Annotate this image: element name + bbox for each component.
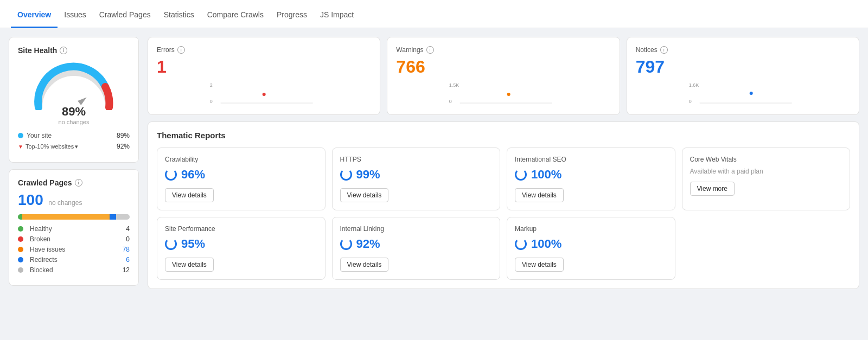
nav-progress[interactable]: Progress bbox=[270, 3, 314, 28]
nav-compare-crawls[interactable]: Compare Crawls bbox=[201, 3, 270, 28]
site-performance-value: 95% bbox=[165, 237, 317, 251]
broken-dot bbox=[18, 236, 23, 242]
nav-js-impact[interactable]: JS Impact bbox=[314, 3, 360, 28]
site-performance-view-btn[interactable]: View details bbox=[165, 258, 214, 272]
redirects-dot bbox=[18, 257, 23, 262]
crawled-stats-list: Healthy 4 Broken 0 Have issues bbox=[18, 225, 130, 274]
top-navigation: Overview Issues Crawled Pages Statistics… bbox=[0, 0, 868, 28]
svg-point-12 bbox=[749, 92, 752, 95]
top-sites-triangle: ▼ bbox=[18, 144, 23, 150]
site-performance-label: Site Performance bbox=[165, 225, 317, 233]
site-performance-report: Site Performance 95% View details bbox=[157, 217, 326, 280]
https-value: 99% bbox=[340, 168, 493, 182]
nav-statistics[interactable]: Statistics bbox=[157, 3, 201, 28]
svg-text:0: 0 bbox=[210, 99, 213, 104]
svg-text:2: 2 bbox=[210, 82, 213, 88]
international-seo-report: International SEO 100% View details bbox=[507, 147, 675, 210]
stat-row-broken: Broken 0 bbox=[18, 235, 130, 243]
your-site-dot bbox=[18, 133, 23, 138]
healthy-segment bbox=[18, 214, 22, 220]
your-site-legend: Your site 89% bbox=[18, 132, 130, 139]
crawled-pages-title: Crawled Pages i bbox=[18, 178, 130, 187]
nav-crawled-pages[interactable]: Crawled Pages bbox=[93, 3, 157, 28]
errors-label: Errors i bbox=[157, 46, 371, 54]
markup-report: Markup 100% View details bbox=[507, 217, 675, 280]
site-performance-circle bbox=[165, 238, 177, 250]
international-seo-view-btn[interactable]: View details bbox=[515, 188, 564, 202]
svg-text:0: 0 bbox=[449, 99, 452, 104]
main-layout: Site Health i 89% no changes bbox=[0, 28, 868, 298]
broken-value: 0 bbox=[126, 235, 130, 243]
notices-value: 797 bbox=[636, 57, 850, 77]
thematic-reports-card: Thematic Reports Crawlability 96% View d… bbox=[148, 121, 859, 289]
redirects-value: 6 bbox=[126, 256, 130, 264]
gauge-sub: no changes bbox=[59, 119, 90, 125]
your-site-value: 89% bbox=[117, 132, 130, 139]
warnings-label: Warnings i bbox=[396, 46, 610, 54]
healthy-dot bbox=[18, 226, 23, 232]
international-seo-circle bbox=[515, 169, 527, 181]
stat-row-healthy: Healthy 4 bbox=[18, 225, 130, 233]
notices-card: Notices i 797 1.6K 0 bbox=[627, 37, 859, 115]
issues-value: 78 bbox=[123, 246, 130, 253]
crawled-progress-bar bbox=[18, 214, 130, 220]
crawled-pages-card: Crawled Pages i 100 no changes Healthy bbox=[9, 169, 139, 286]
empty-report bbox=[682, 217, 851, 280]
warnings-sparkline: 1.5K 0 bbox=[396, 82, 610, 104]
top-sites-value: 92% bbox=[117, 143, 130, 150]
internal-linking-circle bbox=[340, 238, 352, 250]
notices-info-icon[interactable]: i bbox=[660, 46, 668, 54]
markup-circle bbox=[515, 238, 527, 250]
markup-value: 100% bbox=[515, 237, 667, 251]
site-health-info-icon[interactable]: i bbox=[60, 47, 67, 54]
gauge-container: 89% no changes bbox=[18, 61, 130, 125]
reports-bottom-grid: Site Performance 95% View details Intern… bbox=[157, 217, 850, 280]
errors-info-icon[interactable]: i bbox=[177, 46, 185, 54]
warnings-card: Warnings i 766 1.5K 0 bbox=[387, 37, 620, 115]
thematic-reports-title: Thematic Reports bbox=[157, 131, 850, 140]
international-seo-value: 100% bbox=[515, 168, 667, 182]
markup-view-btn[interactable]: View details bbox=[515, 258, 564, 272]
crawlability-report: Crawlability 96% View details bbox=[157, 147, 326, 210]
crawlability-circle bbox=[165, 169, 177, 181]
nav-issues[interactable]: Issues bbox=[58, 3, 92, 28]
errors-card: Errors i 1 2 0 bbox=[148, 37, 380, 115]
https-report: HTTPS 99% View details bbox=[332, 147, 501, 210]
blocked-dot bbox=[18, 267, 23, 273]
redirects-segment bbox=[110, 214, 116, 220]
svg-text:0: 0 bbox=[688, 99, 691, 104]
crawlability-view-btn[interactable]: View details bbox=[165, 188, 214, 202]
nav-overview[interactable]: Overview bbox=[11, 3, 58, 28]
notices-sparkline: 1.6K 0 bbox=[636, 82, 850, 104]
crawlability-value: 96% bbox=[165, 168, 317, 182]
stat-row-redirects: Redirects 6 bbox=[18, 256, 130, 264]
sidebar: Site Health i 89% no changes bbox=[9, 37, 139, 289]
core-web-vitals-view-btn[interactable]: View more bbox=[690, 182, 735, 196]
warnings-info-icon[interactable]: i bbox=[426, 46, 434, 54]
crawled-nochange: no changes bbox=[48, 199, 82, 207]
https-view-btn[interactable]: View details bbox=[340, 188, 389, 202]
issues-dot bbox=[18, 247, 23, 252]
internal-linking-report: Internal Linking 92% View details bbox=[332, 217, 501, 280]
core-web-vitals-label: Core Web Vitals bbox=[690, 156, 843, 163]
svg-point-4 bbox=[263, 93, 266, 96]
issues-segment bbox=[22, 214, 110, 220]
gauge-text: 89% no changes bbox=[59, 105, 90, 125]
international-seo-label: International SEO bbox=[515, 156, 667, 163]
top-sites-dropdown[interactable]: Top-10% websites ▾ bbox=[25, 143, 78, 150]
svg-text:1.5K: 1.5K bbox=[449, 82, 459, 88]
gauge-chart bbox=[30, 61, 117, 110]
warnings-value: 766 bbox=[396, 57, 610, 77]
svg-text:1.6K: 1.6K bbox=[688, 82, 699, 88]
reports-top-grid: Crawlability 96% View details HTTPS 99% … bbox=[157, 147, 850, 210]
notices-label: Notices i bbox=[636, 46, 850, 54]
svg-point-8 bbox=[507, 93, 510, 96]
internal-linking-value: 92% bbox=[340, 237, 493, 251]
stat-row-issues: Have issues 78 bbox=[18, 246, 130, 253]
crawled-pages-info-icon[interactable]: i bbox=[75, 179, 82, 187]
crawlability-label: Crawlability bbox=[165, 156, 317, 163]
internal-linking-view-btn[interactable]: View details bbox=[340, 258, 389, 272]
markup-label: Markup bbox=[515, 225, 667, 233]
metrics-row: Errors i 1 2 0 Warnings i 766 bbox=[148, 37, 859, 115]
core-web-vitals-report: Core Web Vitals Available with a paid pl… bbox=[682, 147, 851, 210]
